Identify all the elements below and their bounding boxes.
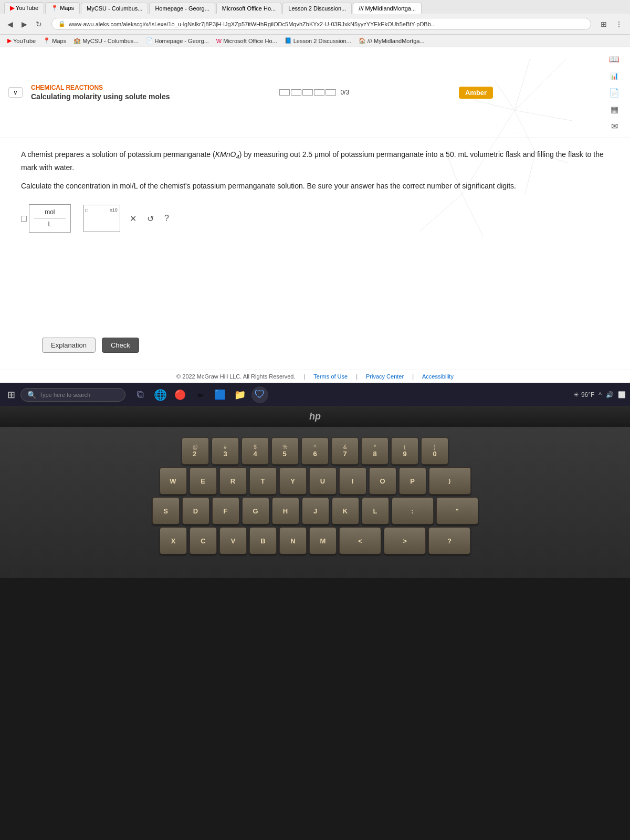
key-f[interactable]: F	[212, 497, 239, 524]
keyboard-row-asdf: S D F G H J K L : "	[21, 497, 609, 524]
key-star-8[interactable]: * 8	[361, 437, 388, 465]
tab-midland[interactable]: /// MyMidlandMortga...	[353, 3, 422, 14]
key-amp-7[interactable]: & 7	[331, 437, 359, 465]
taskbar-app-5[interactable]: 🛡	[251, 386, 268, 403]
terms-link[interactable]: Terms of Use	[313, 373, 348, 380]
book-icon[interactable]: 📖	[607, 51, 622, 66]
check-button[interactable]: Check	[102, 338, 139, 353]
tab-youtube[interactable]: ▶ YouTube	[4, 2, 44, 14]
taskbar-app-2[interactable]: ∞	[192, 386, 208, 403]
lock-icon: 🔒	[58, 20, 66, 27]
key-u[interactable]: U	[309, 467, 337, 495]
keyboard-row-qwerty: W E R T Y U I O P }	[21, 467, 609, 495]
key-e[interactable]: E	[190, 467, 217, 495]
chart-icon[interactable]: 📊	[607, 68, 622, 83]
forward-button[interactable]: ▶	[18, 19, 30, 29]
bookmark-homepage[interactable]: 📄 Homepage - Georg...	[143, 36, 212, 45]
breadcrumb-area: CHEMICAL REACTIONS Calculating molarity …	[31, 84, 170, 101]
key-at-2[interactable]: @ 2	[182, 437, 209, 465]
undo-button[interactable]: ↺	[144, 213, 157, 225]
key-percent-5[interactable]: % 5	[271, 437, 299, 465]
edge-icon[interactable]: 🌐	[152, 386, 169, 403]
key-gt[interactable]: >	[384, 527, 426, 554]
back-button[interactable]: ◀	[4, 19, 16, 29]
key-x[interactable]: X	[160, 527, 187, 554]
key-i[interactable]: I	[339, 467, 366, 495]
key-v[interactable]: V	[219, 527, 247, 554]
mail-icon[interactable]: ✉	[607, 119, 622, 133]
bookmark-mycsu[interactable]: 🏫 MyCSU - Columbus...	[70, 36, 141, 45]
refresh-button[interactable]: ↻	[33, 19, 45, 29]
key-g[interactable]: G	[242, 497, 269, 524]
key-t[interactable]: T	[249, 467, 277, 495]
search-icon: 🔍	[27, 391, 36, 399]
key-l[interactable]: L	[362, 497, 389, 524]
bookmark-midland[interactable]: 🏠 /// MyMidlandMortga...	[355, 36, 428, 45]
tab-homepage[interactable]: Homepage - Georg...	[149, 3, 215, 14]
exponent-input[interactable]: □ x10	[83, 205, 120, 232]
key-question[interactable]: ?	[428, 527, 470, 554]
key-bracket-close[interactable]: }	[429, 467, 471, 495]
key-d[interactable]: D	[182, 497, 209, 524]
taskbar-search[interactable]: 🔍 Type here to search	[20, 388, 125, 402]
document-icon[interactable]: 📄	[607, 85, 622, 100]
bookmark-maps[interactable]: 📍 Maps	[40, 36, 69, 45]
key-quote[interactable]: "	[436, 497, 478, 524]
problem-area: A chemist prepares a solution of potassi…	[0, 138, 630, 370]
right-sidebar-icons: 📖 📊 📄 ▦ ✉	[607, 51, 622, 133]
key-n[interactable]: N	[279, 527, 307, 554]
key-k[interactable]: K	[332, 497, 359, 524]
key-colon[interactable]: :	[392, 497, 434, 524]
privacy-link[interactable]: Privacy Center	[366, 373, 404, 380]
tab-maps[interactable]: 📍 Maps	[45, 2, 80, 14]
homepage-icon: 📄	[146, 37, 153, 44]
progress-seg-5	[326, 89, 336, 96]
speaker-icon[interactable]: 🔊	[606, 391, 614, 398]
key-o[interactable]: O	[369, 467, 396, 495]
start-button[interactable]: ⊞	[4, 389, 18, 401]
key-y[interactable]: Y	[279, 467, 307, 495]
menu-button[interactable]: ⋮	[612, 19, 626, 29]
key-j[interactable]: J	[302, 497, 329, 524]
browser-tabs: ▶ YouTube 📍 Maps MyCSU - Columbus... Hom…	[0, 0, 630, 14]
key-c[interactable]: C	[190, 527, 217, 554]
progress-fraction: 0/3	[340, 89, 349, 96]
key-dollar-4[interactable]: $ 4	[242, 437, 269, 465]
bookmark-lesson[interactable]: 📘 Lesson 2 Discussion...	[281, 36, 354, 45]
key-rparen-0[interactable]: ) 0	[421, 437, 448, 465]
key-w[interactable]: W	[160, 467, 187, 495]
fullscreen-icon[interactable]: ⬜	[618, 391, 626, 398]
tab-lesson[interactable]: Lesson 2 Discussion...	[282, 3, 352, 14]
key-caret-6[interactable]: ^ 6	[301, 437, 329, 465]
key-lparen-9[interactable]: ( 9	[391, 437, 418, 465]
fraction-input[interactable]: mol L	[29, 204, 71, 233]
clear-button[interactable]: ✕	[127, 213, 140, 225]
address-bar[interactable]: 🔒 www-awu.aleks.com/alekscgi/x/Isl.exe/1…	[51, 18, 591, 30]
explanation-button[interactable]: Explanation	[42, 338, 96, 353]
bookmark-office[interactable]: W Microsoft Office Ho...	[213, 37, 280, 45]
key-r[interactable]: R	[219, 467, 247, 495]
key-b[interactable]: B	[249, 527, 277, 554]
youtube-bookmark-icon: ▶	[7, 37, 12, 44]
tab-office[interactable]: Microsoft Office Ho...	[216, 3, 282, 14]
taskbar-app-3[interactable]: 🟦	[212, 386, 228, 403]
collapse-button[interactable]: ∨	[8, 87, 23, 98]
key-p[interactable]: P	[399, 467, 426, 495]
key-h[interactable]: H	[272, 497, 299, 524]
extensions-button[interactable]: ⊞	[597, 19, 610, 29]
weather-widget[interactable]: ☀ 96°F	[573, 391, 594, 398]
help-button[interactable]: ?	[161, 213, 172, 224]
key-s[interactable]: S	[152, 497, 180, 524]
system-tray-caret[interactable]: ^	[598, 391, 602, 398]
key-m[interactable]: M	[309, 527, 337, 554]
taskview-icon[interactable]: ⧉	[132, 386, 149, 403]
key-hash-3[interactable]: # 3	[212, 437, 239, 465]
keyboard-row-numbers: @ 2 # 3 $ 4 % 5 ^ 6	[21, 437, 609, 465]
key-lt[interactable]: <	[339, 527, 381, 554]
bookmark-youtube[interactable]: ▶ YouTube	[4, 36, 39, 45]
taskbar-app-1[interactable]: 🔴	[172, 386, 188, 403]
grid-icon[interactable]: ▦	[607, 102, 622, 117]
accessibility-link[interactable]: Accessibility	[422, 373, 454, 380]
tab-mycsu[interactable]: MyCSU - Columbus...	[81, 3, 148, 14]
taskbar-app-4[interactable]: 📁	[232, 386, 248, 403]
